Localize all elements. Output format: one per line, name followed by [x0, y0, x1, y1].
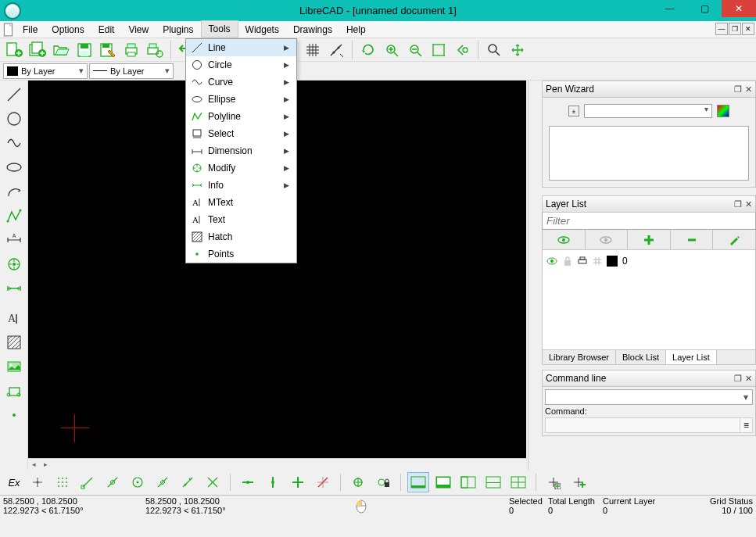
commandline-history-combo[interactable]: ▾ — [545, 389, 753, 405]
tab-layer-list[interactable]: Layer List — [666, 350, 717, 364]
eye-icon[interactable] — [546, 256, 558, 266]
layerlist-filter-input[interactable] — [542, 213, 756, 230]
exclusive-snap-button[interactable]: Ex — [5, 472, 23, 492]
tool-image[interactable] — [2, 355, 26, 378]
snap-distance-button[interactable] — [177, 472, 199, 492]
zoom-redraw-button[interactable] — [357, 40, 379, 60]
menu-widgets[interactable]: Widgets — [238, 21, 286, 38]
layer-color-combo[interactable]: By Layer ▾ — [3, 63, 88, 79]
penwizard-list[interactable] — [549, 126, 749, 181]
zoom-out-button[interactable] — [404, 40, 426, 60]
tab-cascade-button[interactable] — [457, 472, 479, 492]
tools-menu-circle[interactable]: Circle▶ — [186, 56, 296, 73]
snap-intersection-button[interactable] — [202, 472, 224, 492]
tools-menu-line[interactable]: Line▶ — [186, 39, 296, 56]
layer-hide-all-button[interactable] — [586, 230, 629, 249]
add-view-button[interactable] — [543, 472, 564, 492]
layerlist-list[interactable]: 0 — [542, 250, 756, 350]
penwizard-set-btn[interactable]: ± — [568, 106, 579, 116]
restrict-nothing-button[interactable] — [312, 472, 334, 492]
menu-view[interactable]: View — [121, 21, 156, 38]
window-maximize-button[interactable]: ▢ — [687, 0, 722, 17]
snap-on-entity-button[interactable] — [102, 472, 124, 492]
tab-maximized-button[interactable] — [432, 472, 454, 492]
commandline-output[interactable]: ≡ — [545, 417, 753, 433]
tools-menu-info[interactable]: Info▶ — [186, 177, 296, 194]
tools-menu-select[interactable]: Select▶ — [186, 125, 296, 142]
layer-add-button[interactable] — [628, 230, 671, 249]
open-button[interactable] — [50, 40, 72, 60]
tools-menu-mtext[interactable]: AMText — [186, 194, 296, 211]
canvas-h-scrollbar[interactable] — [28, 458, 526, 470]
tool-modify[interactable] — [2, 252, 26, 276]
tool-polyline[interactable] — [2, 204, 26, 227]
toggle-grid-button[interactable] — [302, 40, 324, 60]
tool-arc[interactable] — [2, 180, 26, 203]
tool-block[interactable] — [2, 379, 26, 403]
zoom-in-button[interactable] — [381, 40, 403, 60]
zoom-window-button[interactable] — [483, 40, 505, 60]
mdi-minimize-button[interactable]: — — [715, 23, 728, 35]
layerlist-header[interactable]: Layer List ❐✕ — [542, 195, 756, 213]
menu-help[interactable]: Help — [339, 21, 373, 38]
print-icon[interactable] — [577, 256, 588, 267]
layer-edit-button[interactable] — [713, 230, 755, 249]
close-icon[interactable]: ✕ — [745, 374, 752, 384]
tool-points[interactable] — [2, 403, 26, 427]
tool-hatch[interactable] — [2, 331, 26, 354]
zoom-previous-button[interactable] — [451, 40, 473, 60]
tools-menu-curve[interactable]: Curve▶ — [186, 73, 296, 91]
tools-menu-ellipse[interactable]: Ellipse▶ — [186, 91, 296, 108]
tab-tile-v-button[interactable] — [507, 472, 529, 492]
tool-mtext[interactable]: A — [2, 306, 26, 330]
snap-endpoint-button[interactable] — [77, 472, 99, 492]
undock-icon[interactable]: ❐ — [734, 374, 742, 384]
restrict-orthogonal-button[interactable] — [287, 472, 309, 492]
tab-library-browser[interactable]: Library Browser — [543, 350, 616, 364]
tool-line[interactable] — [2, 83, 26, 106]
tab-fullscreen-button[interactable] — [407, 472, 429, 492]
commandline-header[interactable]: Command line ❐✕ — [542, 370, 756, 387]
layer-row[interactable]: 0 — [546, 253, 752, 269]
tab-tile-h-button[interactable] — [482, 472, 504, 492]
layer-color-swatch[interactable] — [607, 256, 618, 267]
tool-ellipse[interactable] — [2, 156, 26, 179]
construction-icon[interactable] — [593, 256, 602, 266]
save-as-button[interactable] — [97, 40, 119, 60]
penwizard-color-combo[interactable]: ▾ — [584, 104, 712, 118]
tools-menu-dimension[interactable]: Dimension▶ — [186, 142, 296, 159]
menu-options[interactable]: Options — [45, 21, 91, 38]
penwizard-header[interactable]: Pen Wizard ❐✕ — [542, 81, 756, 98]
menu-edit[interactable]: Edit — [91, 21, 122, 38]
lock-relative-zero-button[interactable] — [372, 472, 394, 492]
undock-icon[interactable]: ❐ — [734, 199, 742, 209]
tab-block-list[interactable]: Block List — [616, 350, 666, 364]
mdi-restore-button[interactable]: ❐ — [729, 23, 741, 35]
restrict-horizontal-button[interactable] — [237, 472, 259, 492]
linetype-combo[interactable]: By Layer ▾ — [89, 63, 174, 79]
lock-icon[interactable] — [563, 256, 572, 267]
zoom-auto-button[interactable] — [428, 40, 450, 60]
commandline-menu-button[interactable]: ≡ — [740, 418, 752, 432]
tool-curve[interactable] — [2, 131, 26, 155]
tool-circle[interactable] — [2, 107, 26, 131]
tool-dimension[interactable]: A — [2, 228, 26, 252]
tool-info[interactable] — [2, 277, 26, 300]
add-view-current-button[interactable] — [568, 472, 589, 492]
window-minimize-button[interactable]: — — [653, 0, 687, 17]
layer-remove-button[interactable] — [671, 230, 714, 249]
print-preview-button[interactable] — [144, 40, 166, 60]
restrict-vertical-button[interactable] — [262, 472, 284, 492]
save-button[interactable] — [73, 40, 95, 60]
tools-menu-hatch[interactable]: Hatch — [186, 228, 296, 245]
layer-show-all-button[interactable] — [543, 230, 586, 249]
menu-file[interactable]: File — [16, 21, 45, 38]
close-icon[interactable]: ✕ — [745, 199, 752, 209]
tools-menu-text[interactable]: AText — [186, 211, 296, 228]
tools-menu-points[interactable]: Points — [186, 245, 296, 263]
undock-icon[interactable]: ❐ — [734, 84, 742, 95]
snap-free-button[interactable] — [27, 472, 48, 492]
color-picker-icon[interactable] — [717, 105, 729, 117]
snap-grid-button[interactable] — [52, 472, 73, 492]
tools-menu-modify[interactable]: Modify▶ — [186, 159, 296, 177]
